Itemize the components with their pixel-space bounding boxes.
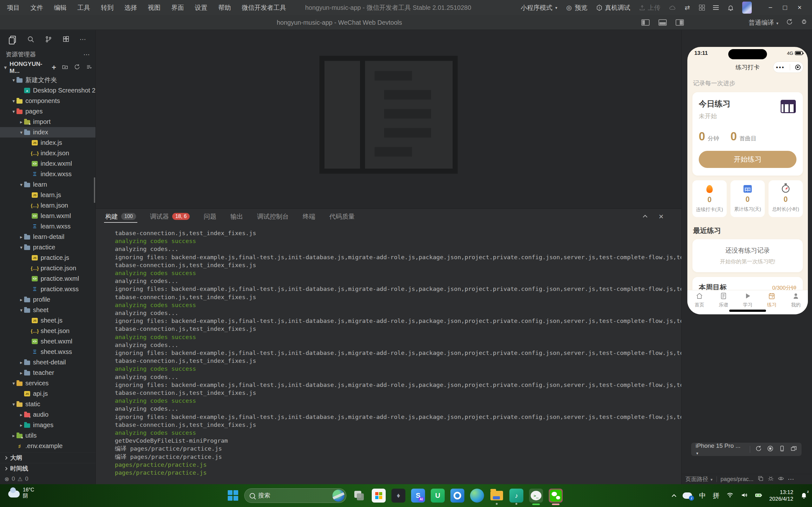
remote-debug-button[interactable]: 真机调试 [596, 3, 630, 12]
capsule-more-icon[interactable]: ●●● [776, 65, 785, 69]
tree-item-learn.wxss[interactable]: Ξlearn.wxss [0, 221, 96, 232]
tree-item-sheet.js[interactable]: JSsheet.js [0, 315, 96, 326]
tree-item-learn.json[interactable]: {…}learn.json [0, 200, 96, 211]
menu-工具[interactable]: 工具 [78, 3, 90, 12]
panel-tab-调试控制台[interactable]: 调试控制台 [257, 209, 289, 224]
taskbar-search[interactable]: 搜索 [244, 488, 346, 503]
menu-界面[interactable]: 界面 [171, 3, 184, 12]
tree-item-index[interactable]: ▾index [0, 127, 96, 137]
tree-item-components[interactable]: ▾components [0, 96, 96, 106]
tree-item-practice.json[interactable]: {…}practice.json [0, 263, 96, 274]
taskbar-app-ai-icon[interactable]: SAI [411, 489, 425, 503]
task-view-button[interactable] [352, 489, 366, 503]
menu-选择[interactable]: 选择 [124, 3, 137, 12]
taskbar-app-store-icon[interactable] [372, 489, 386, 503]
tree-item-sheet.wxml[interactable]: <>sheet.wxml [0, 336, 96, 347]
extensions-icon[interactable] [62, 35, 70, 43]
start-button[interactable] [228, 490, 239, 501]
refresh-icon[interactable] [74, 64, 80, 72]
close-panel-icon[interactable]: × [659, 212, 664, 222]
compile-mode-dropdown[interactable]: 普通编译 ▾ [749, 18, 778, 27]
copy-path-icon[interactable] [757, 475, 764, 483]
onedrive-icon[interactable] [682, 493, 692, 499]
tree-item-audio[interactable]: ▸audio [0, 409, 96, 420]
tree-item-sheet.json[interactable]: {…}sheet.json [0, 326, 96, 336]
problems-status[interactable]: ⊗0 ⚠0 [0, 474, 96, 484]
recompile-icon[interactable] [786, 18, 793, 27]
collapse-all-icon[interactable] [86, 64, 92, 72]
menu-设置[interactable]: 设置 [195, 3, 207, 12]
switch-icon[interactable]: ⇄ [684, 4, 691, 11]
tree-item-Desktop Screenshot 2...[interactable]: ▲Desktop Screenshot 2... [0, 85, 96, 96]
panel-tab-代码质量[interactable]: 代码质量 [329, 209, 355, 224]
miniapp-tab-我的[interactable]: 我的 [784, 290, 808, 310]
device-frame-icon[interactable] [779, 445, 785, 453]
miniapp-tab-乐谱[interactable]: 乐谱 [711, 290, 735, 310]
stat-card-calendar[interactable]: 0累计练习(天) [730, 180, 765, 217]
toggle-panel-icon[interactable] [658, 19, 667, 26]
tree-item-learn.js[interactable]: JSlearn.js [0, 190, 96, 200]
panel-tab-构建[interactable]: 构建100 [105, 209, 136, 224]
taskbar-app-note-icon[interactable]: ♪ [509, 489, 523, 503]
mini-program-mode-dropdown[interactable]: 小程序模式▾ [520, 3, 557, 12]
tree-item-.env.example[interactable]: ♯.env.example [0, 441, 96, 451]
stop-icon[interactable] [767, 445, 774, 453]
menu-帮助[interactable]: 帮助 [218, 3, 231, 12]
more-actions-icon[interactable]: ⋯ [80, 36, 87, 43]
tree-item-services[interactable]: ▾services [0, 378, 96, 389]
tree-item-learn-detail[interactable]: ▸learn-detail [0, 232, 96, 242]
clear-cache-icon[interactable] [801, 18, 808, 27]
notification-bell-icon[interactable] [727, 4, 734, 11]
tray-expand-icon[interactable] [672, 494, 676, 499]
maximize-button[interactable]: □ [778, 0, 792, 15]
menu-文件[interactable]: 文件 [31, 3, 43, 12]
toggle-simulator-icon[interactable] [676, 19, 684, 26]
multi-window-icon[interactable] [791, 445, 797, 453]
upload-button[interactable]: 上传 [639, 3, 660, 12]
menu-转到[interactable]: 转到 [101, 3, 113, 12]
tree-item-index.json[interactable]: {…}index.json [0, 148, 96, 158]
tree-item-images[interactable]: ▸images [0, 420, 96, 430]
close-button[interactable]: × [792, 0, 807, 15]
weather-widget[interactable]: 16°C 阴 [8, 487, 34, 499]
tree-item-static[interactable]: ▾static [0, 399, 96, 409]
debug-bug-icon[interactable] [768, 475, 774, 483]
panel-tab-调试器[interactable]: 调试器18, 6 [150, 209, 190, 224]
clock[interactable]: 13:12 2026/4/12 [769, 489, 793, 502]
tree-item-index.js[interactable]: JSindex.js [0, 137, 96, 148]
capsule-close-icon[interactable] [795, 65, 801, 70]
explorer-more-icon[interactable]: ⋯ [84, 51, 90, 58]
stat-card-flame[interactable]: 0连续打卡(天) [693, 180, 727, 217]
restart-icon[interactable] [755, 445, 762, 453]
menu-项目[interactable]: 项目 [7, 3, 20, 12]
cloud-icon[interactable] [669, 4, 676, 11]
visibility-eye-icon[interactable] [778, 475, 784, 483]
tree-item-learn.wxml[interactable]: <>learn.wxml [0, 211, 96, 221]
timeline-section[interactable]: 时间线 [0, 463, 96, 474]
tree-item-practice.wxss[interactable]: Ξpractice.wxss [0, 284, 96, 294]
taskbar-app-game-icon[interactable]: ♦ [392, 489, 405, 503]
taskbar-app-wxdev-icon[interactable]: >_ [529, 489, 543, 503]
outline-section[interactable]: 大纲 [0, 452, 96, 463]
taskbar-app-folder-icon[interactable] [490, 489, 504, 503]
menu-编辑[interactable]: 编辑 [54, 3, 67, 12]
panel-tab-输出[interactable]: 输出 [230, 209, 243, 224]
tree-item-practice.js[interactable]: JSpractice.js [0, 252, 96, 263]
sidebar-scrollbar[interactable] [94, 177, 95, 203]
tree-item-sheet.wxss[interactable]: Ξsheet.wxss [0, 347, 96, 357]
files-explorer-icon[interactable] [9, 35, 17, 43]
tree-item-sheet-detail[interactable]: ▸sheet-detail [0, 357, 96, 368]
ime-mode[interactable]: 拼 [713, 491, 719, 500]
home-indicator[interactable] [729, 309, 766, 312]
project-root-row[interactable]: ▾ HONGYUN-M... + [0, 60, 96, 75]
more-options-icon[interactable]: ⋯ [788, 475, 795, 483]
device-selector[interactable]: iPhone 15 Pro ... ▾ [696, 442, 745, 456]
taskbar-app-edge-icon[interactable] [470, 489, 484, 503]
minimize-button[interactable]: − [763, 0, 778, 15]
miniapp-tab-练习[interactable]: 练习 [760, 290, 784, 310]
tree-item-pages[interactable]: ▾pages [0, 106, 96, 117]
preview-button[interactable]: ◎ 预览 [565, 3, 588, 12]
page-path-dropdown[interactable]: 页面路径 ▾ [686, 475, 713, 483]
tree-item-profile[interactable]: ▸profile [0, 294, 96, 305]
tree-item-practice[interactable]: ▾practice [0, 242, 96, 252]
